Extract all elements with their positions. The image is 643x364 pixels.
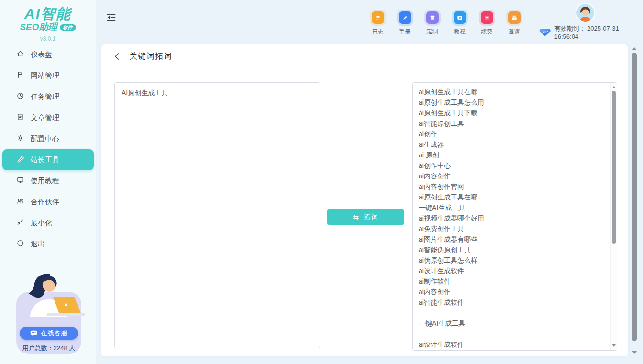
- keyword-result[interactable]: ai智能生成软件: [419, 297, 610, 308]
- renew-icon: [481, 11, 493, 24]
- sidebar-item-label: 最小化: [31, 219, 52, 228]
- header-action-manual[interactable]: 手册: [396, 11, 414, 36]
- keyword-result[interactable]: ai制作软件: [419, 276, 610, 287]
- keyword-result[interactable]: ai智能原创工具: [419, 118, 610, 129]
- header-quick-actions: 日志 手册 定制 教程 续费 邀请: [369, 11, 523, 36]
- header-action-renew[interactable]: 续费: [478, 11, 496, 36]
- vip-icon: VIP: [539, 29, 551, 36]
- keyword-result[interactable]: ai内容创作官网: [419, 181, 610, 192]
- sidebar-item-webmaster-tools[interactable]: 站长工具: [2, 149, 94, 170]
- keyword-result[interactable]: ai伪原创工具怎么样: [419, 255, 610, 265]
- header-action-invite[interactable]: 邀请: [505, 11, 523, 36]
- keyword-result-blank: [419, 329, 610, 339]
- keyword-result[interactable]: ai视频生成器哪个好用: [419, 213, 610, 223]
- main-content-card: 关键词拓词 AI原创生成工具 ⇆ 拓词 ai原创生成工具在哪 ai原创生成工具怎…: [101, 44, 628, 356]
- sidebar-item-config[interactable]: 配置中心: [0, 128, 96, 149]
- logo-badge: 软件: [60, 24, 76, 31]
- page-title: 关键词拓词: [129, 51, 172, 62]
- sidebar-item-label: 文章管理: [31, 113, 59, 122]
- customer-service-illustration: [12, 269, 85, 328]
- keyword-result[interactable]: ai原创生成工具在哪: [419, 192, 610, 202]
- online-support-label: 在线客服: [41, 329, 67, 338]
- clock-icon: [16, 92, 24, 101]
- header-action-custom[interactable]: 定制: [423, 11, 441, 36]
- keyword-result[interactable]: ai原创生成工具在哪: [419, 87, 610, 97]
- keyword-result[interactable]: ai免费创作工具: [419, 223, 610, 234]
- sidebar-item-articles[interactable]: 文章管理: [0, 107, 96, 128]
- qa-label: 续费: [481, 28, 493, 36]
- keyword-result[interactable]: ai内容创作: [419, 171, 610, 181]
- sidebar-item-label: 退出: [31, 240, 45, 249]
- results-scrollbar-thumb[interactable]: [612, 91, 616, 244]
- results-scrollbar: [610, 83, 617, 350]
- home-icon: [16, 50, 24, 59]
- flag-icon: [16, 71, 24, 80]
- keyword-result[interactable]: ai内容创作: [419, 287, 610, 297]
- keyword-results-box: ai原创生成工具在哪 ai原创生成工具怎么用 ai原创生成工具下载 ai智能原创…: [412, 82, 617, 351]
- page-scroll-up-arrow[interactable]: [632, 47, 637, 50]
- keyword-results-list: ai原创生成工具在哪 ai原创生成工具怎么用 ai原创生成工具下载 ai智能原创…: [413, 83, 610, 350]
- monitor-icon: [16, 176, 24, 186]
- sidebar-item-minimize[interactable]: 最小化: [0, 212, 96, 233]
- app-logo: AI智能 SEO助理 软件 v3.0.1: [0, 0, 96, 42]
- sidebar-item-tasks[interactable]: 任务管理: [0, 86, 96, 107]
- app-version: v3.0.1: [0, 36, 96, 42]
- sidebar: AI智能 SEO助理 软件 v3.0.1 仪表盘 网站管理 任务管理 文: [0, 0, 96, 364]
- total-users-label: 用户总数：: [22, 344, 54, 352]
- keyword-result[interactable]: ai设计生成软件: [419, 265, 610, 276]
- keyword-result[interactable]: ai生成器: [419, 139, 610, 150]
- document-icon: [16, 113, 24, 122]
- manual-icon: [399, 11, 411, 24]
- expiry-text: 有效期到： 2025-07-31 16:56:04: [554, 24, 643, 40]
- total-users-value: 2248 人: [54, 344, 76, 352]
- expand-keywords-button[interactable]: ⇆ 拓词: [327, 209, 404, 225]
- sidebar-item-label: 合作伙伴: [31, 198, 59, 207]
- keyword-result[interactable]: ai原创生成工具下载: [419, 108, 610, 118]
- collapse-sidebar-button[interactable]: [106, 13, 118, 24]
- keyword-input[interactable]: AI原创生成工具: [114, 82, 320, 348]
- qa-label: 手册: [399, 28, 411, 36]
- sidebar-item-label: 使用教程: [31, 176, 59, 186]
- keyword-result[interactable]: 一键AI生成工具: [419, 318, 610, 329]
- header-action-log[interactable]: 日志: [369, 11, 387, 36]
- header-action-tutorial[interactable]: 教程: [451, 11, 468, 36]
- sidebar-item-logout[interactable]: 退出: [0, 233, 96, 254]
- keyword-result[interactable]: ai智能伪原创工具: [419, 244, 610, 255]
- sidebar-item-dashboard[interactable]: 仪表盘: [0, 44, 96, 65]
- page-scrollbar-thumb[interactable]: [632, 53, 637, 341]
- sidebar-item-label: 配置中心: [31, 134, 59, 143]
- back-button[interactable]: [114, 52, 122, 61]
- user-avatar[interactable]: [576, 4, 594, 22]
- sidebar-item-label: 仪表盘: [31, 50, 52, 59]
- keyword-result[interactable]: ai设计生成软件: [419, 339, 610, 350]
- qa-label: 邀请: [509, 28, 520, 36]
- qa-label: 定制: [427, 28, 438, 36]
- sidebar-item-label: 网站管理: [31, 71, 59, 80]
- custom-icon: [426, 11, 439, 24]
- sidebar-item-label: 任务管理: [31, 92, 59, 101]
- keyword-result[interactable]: ai创作中心: [419, 160, 610, 171]
- invite-icon: [508, 11, 521, 24]
- sidebar-item-label: 站长工具: [31, 155, 59, 165]
- swap-arrows-icon: ⇆: [353, 213, 359, 221]
- keyword-result[interactable]: ai原创生成工具怎么用: [419, 97, 610, 108]
- keyword-result[interactable]: ai 原创: [419, 150, 610, 160]
- sidebar-item-tutorials[interactable]: 使用教程: [0, 170, 96, 191]
- membership-status: VIP 有效期到： 2025-07-31 16:56:04: [539, 24, 643, 40]
- scroll-up-arrow[interactable]: [612, 86, 616, 88]
- sidebar-item-websites[interactable]: 网站管理: [0, 65, 96, 86]
- keyword-result[interactable]: ai图片生成器有哪些: [419, 234, 610, 244]
- log-icon: [372, 11, 384, 24]
- sidebar-item-partners[interactable]: 合作伙伴: [0, 191, 96, 212]
- app-window: AI智能 SEO助理 软件 v3.0.1 仪表盘 网站管理 任务管理 文: [0, 0, 643, 364]
- keyword-result[interactable]: 一键AI生成工具: [419, 202, 610, 213]
- online-support-button[interactable]: 在线客服: [20, 327, 78, 340]
- logout-icon: [16, 239, 24, 249]
- logo-line1: AI智能: [0, 6, 96, 22]
- page-scroll-down-arrow[interactable]: [632, 351, 637, 354]
- qa-label: 教程: [454, 28, 466, 36]
- keyword-result[interactable]: ai创作: [419, 129, 610, 139]
- page-header: 关键词拓词: [101, 44, 628, 68]
- scroll-down-arrow[interactable]: [612, 344, 616, 347]
- gear-icon: [16, 134, 24, 143]
